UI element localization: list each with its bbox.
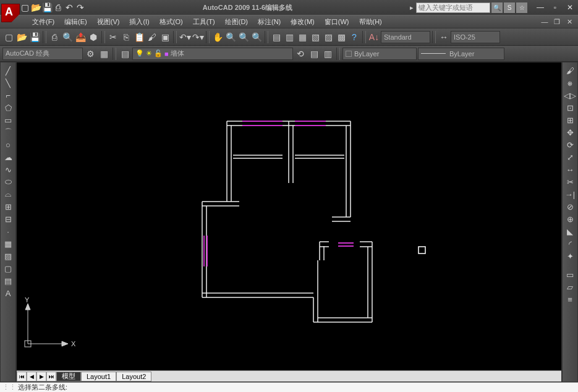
doc-close-button[interactable]: ✕: [564, 18, 574, 26]
revcloud-icon[interactable]: ☁: [2, 151, 14, 163]
dcenter-icon[interactable]: ▥: [283, 31, 295, 43]
textstyle-icon[interactable]: A↓: [368, 31, 380, 43]
menu-edit[interactable]: 编辑(E): [59, 15, 92, 28]
menu-draw[interactable]: 绘图(D): [220, 15, 253, 28]
maximize-button[interactable]: ▫: [550, 3, 561, 12]
join-icon[interactable]: ⊕: [564, 213, 576, 224]
copy2-icon[interactable]: ⎈: [564, 77, 576, 88]
tab-first-button[interactable]: ⏮: [17, 372, 27, 381]
menu-tools[interactable]: 工具(T): [188, 15, 220, 28]
linetype-dropdown[interactable]: ByLayer: [418, 48, 504, 60]
makeblock-icon[interactable]: ⊟: [2, 213, 14, 224]
markup-icon[interactable]: ▨: [322, 31, 334, 43]
pan-icon[interactable]: ✋: [211, 31, 224, 43]
qnew-icon[interactable]: ▢: [2, 31, 15, 43]
spline-icon[interactable]: ∿: [2, 164, 14, 175]
search-button[interactable]: 🔍: [491, 2, 503, 13]
doc-minimize-button[interactable]: —: [540, 18, 550, 26]
block-icon[interactable]: ▣: [159, 31, 171, 43]
star-icon[interactable]: ☆: [516, 2, 527, 13]
zoom-win-icon[interactable]: 🔍: [237, 31, 250, 43]
undo2-icon[interactable]: ↶▾: [179, 31, 191, 43]
menu-view[interactable]: 视图(V): [92, 15, 125, 28]
redo-icon[interactable]: ↷: [75, 2, 85, 12]
zoom-prev-icon[interactable]: 🔍: [250, 31, 263, 43]
xline-icon[interactable]: ╲: [2, 77, 14, 88]
tab-model[interactable]: 模型: [56, 372, 81, 381]
menu-modify[interactable]: 修改(M): [286, 15, 320, 28]
command-line[interactable]: ⋮⋮ 选择第二条多线:: [0, 382, 578, 392]
trim-icon[interactable]: ✂: [564, 176, 576, 187]
qsave-icon[interactable]: 💾: [28, 31, 41, 43]
rectangle-icon[interactable]: ▭: [2, 114, 14, 126]
print-icon[interactable]: ⎙: [53, 2, 63, 12]
arc-icon[interactable]: ⌒: [2, 127, 14, 138]
preview-icon[interactable]: 🔍: [61, 31, 74, 43]
menu-file[interactable]: 文件(F): [27, 15, 59, 28]
extend-icon[interactable]: →|: [564, 189, 576, 200]
ellipsearc-icon[interactable]: ⌓: [2, 189, 14, 200]
dist-icon[interactable]: ▭: [564, 269, 576, 280]
ws-lock-icon[interactable]: ▦: [98, 48, 110, 60]
move-icon[interactable]: ✥: [564, 127, 576, 138]
tab-layout2[interactable]: Layout2: [116, 372, 151, 381]
erase-icon[interactable]: 🖌: [564, 65, 576, 76]
dimstyle-icon[interactable]: ↔: [438, 31, 450, 43]
polygon-icon[interactable]: ⬠: [2, 102, 14, 113]
color-dropdown[interactable]: ByLayer: [342, 48, 417, 60]
menu-format[interactable]: 格式(O): [155, 15, 188, 28]
search-input[interactable]: [416, 2, 490, 13]
table-icon[interactable]: ▤: [2, 275, 14, 286]
layer-props-icon[interactable]: ▤: [119, 48, 131, 60]
save-icon[interactable]: 💾: [42, 2, 52, 12]
help-icon[interactable]: ?: [348, 31, 360, 43]
undo-icon[interactable]: ↶: [64, 2, 74, 12]
text-style-dropdown[interactable]: Standard: [381, 31, 430, 43]
layer-iso-icon[interactable]: ▥: [321, 48, 334, 60]
array-icon[interactable]: ⊞: [564, 114, 576, 126]
copy-icon[interactable]: ⎘: [120, 31, 132, 43]
area-icon[interactable]: ▱: [564, 281, 576, 292]
line-icon[interactable]: ╱: [2, 65, 14, 76]
tab-next-button[interactable]: ▶: [36, 372, 46, 381]
insert-icon[interactable]: ⊞: [2, 201, 14, 212]
open-icon[interactable]: 📂: [31, 2, 41, 12]
mtext-icon[interactable]: A: [2, 288, 14, 299]
gradient-icon[interactable]: ▨: [2, 250, 14, 262]
drawing-canvas[interactable]: X Y: [17, 62, 561, 370]
explode-icon[interactable]: ✦: [564, 250, 576, 262]
menu-insert[interactable]: 插入(I): [124, 15, 154, 28]
publish-icon[interactable]: 📤: [74, 31, 87, 43]
doc-restore-button[interactable]: ❐: [552, 18, 562, 26]
plot-icon[interactable]: ⎙: [48, 31, 61, 43]
props-icon[interactable]: ▤: [270, 31, 283, 43]
menu-window[interactable]: 窗口(W): [320, 15, 354, 28]
tab-last-button[interactable]: ⏭: [46, 372, 56, 381]
minimize-button[interactable]: —: [535, 3, 546, 12]
close-button[interactable]: ✕: [564, 3, 576, 12]
toolpal-icon[interactable]: ▦: [296, 31, 308, 43]
menu-help[interactable]: 帮助(H): [354, 15, 387, 28]
list-icon[interactable]: ≡: [564, 294, 576, 305]
sheet-icon[interactable]: ▧: [309, 31, 321, 43]
offset-icon[interactable]: ⊡: [564, 102, 576, 113]
qopen-icon[interactable]: 📂: [15, 31, 28, 43]
scale-icon[interactable]: ⤢: [564, 151, 576, 163]
3d-icon[interactable]: ⬢: [87, 31, 100, 43]
circle-icon[interactable]: ○: [2, 139, 14, 150]
layer-prev-icon[interactable]: ⟲: [294, 48, 307, 60]
pline-icon[interactable]: ⌐: [2, 90, 14, 101]
redo2-icon[interactable]: ↷▾: [192, 31, 204, 43]
point-icon[interactable]: ·: [2, 226, 14, 237]
workspace-dropdown[interactable]: AutoCAD 经典: [2, 48, 83, 60]
layer-state-icon[interactable]: ▤: [308, 48, 320, 60]
help-s-icon[interactable]: S: [504, 2, 515, 13]
chamfer-icon[interactable]: ◣: [564, 226, 576, 237]
new-icon[interactable]: ▢: [20, 2, 30, 12]
fillet-icon[interactable]: ◜: [564, 238, 576, 249]
dim-style-dropdown[interactable]: ISO-25: [451, 31, 500, 43]
layer-dropdown[interactable]: 💡 ☀ 🔓 ■ 墙体: [132, 48, 293, 60]
tab-prev-button[interactable]: ◀: [27, 372, 36, 381]
tab-layout1[interactable]: Layout1: [81, 372, 116, 381]
cut-icon[interactable]: ✂: [107, 31, 119, 43]
